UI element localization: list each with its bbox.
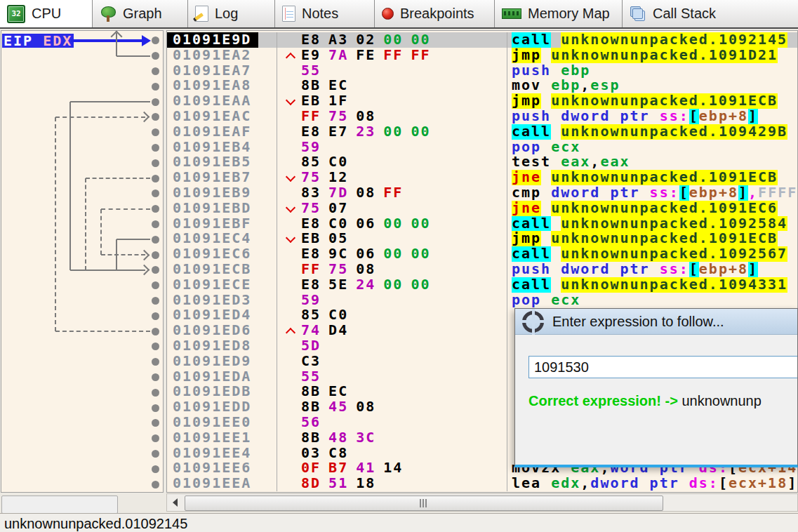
disasm-row[interactable]: 01091EBD7507jne unknownunpacked.1091EC6: [167, 201, 797, 216]
disasm-row[interactable]: 01091EC6E89C060000call unknownunpacked.1…: [167, 246, 797, 262]
disasm-row[interactable]: 01091EBFE8C0060000call unknownunpacked.1…: [167, 216, 797, 232]
breakpoint-dot[interactable]: [152, 404, 159, 412]
red-dot-icon: [382, 8, 394, 20]
jump-arrowhead-icon: [139, 265, 150, 276]
disasm-row[interactable]: 01091EC4EB05jmp unknownunpacked.1091ECB: [167, 231, 797, 246]
tab-memory-map[interactable]: Memory Map: [494, 0, 622, 27]
tab-breakpoints[interactable]: Breakpoints: [374, 0, 494, 27]
disasm-row[interactable]: 01091EAFE8E7230000call unknownunpacked.1…: [167, 124, 797, 140]
breakpoint-dot[interactable]: [152, 113, 159, 121]
bytes-cell: 74D4: [277, 323, 507, 338]
disasm-row[interactable]: 01091EB585C0test eax,eax: [167, 154, 797, 170]
status-bar: unknownunpacked.01092145: [0, 513, 798, 532]
stacked-cards-icon: [630, 6, 646, 22]
breakpoint-dot[interactable]: [152, 419, 159, 427]
breakpoint-dot[interactable]: [152, 312, 159, 320]
breakpoint-dot[interactable]: [152, 67, 159, 75]
instruction-cell: call unknownunpacked.1092567: [507, 246, 797, 262]
breakpoint-dot[interactable]: [152, 205, 159, 213]
bytes-cell: FF7508: [277, 109, 507, 124]
disasm-row[interactable]: 01091ED359pop ecx: [167, 293, 797, 308]
breakpoint-dot[interactable]: [152, 98, 159, 106]
breakpoint-dot[interactable]: [152, 236, 159, 244]
bytes-cell: E8E7230000: [277, 124, 507, 140]
breakpoint-dot[interactable]: [152, 52, 159, 60]
bytes-cell: E85E240000: [277, 277, 507, 293]
breakpoint-dot[interactable]: [152, 251, 159, 259]
disasm-row[interactable]: 01091EB77512jne unknownunpacked.1091ECB: [167, 170, 797, 185]
tab-notes-label: Notes: [302, 6, 338, 22]
breakpoint-dot[interactable]: [152, 328, 159, 335]
sidepanel-scrollbar-thumb[interactable]: [1, 496, 118, 514]
disasm-row[interactable]: 01091EA755push ebp: [167, 63, 797, 79]
tree-icon: [100, 6, 117, 22]
address-cell: 01091EAC: [167, 109, 277, 124]
expression-input[interactable]: [528, 356, 798, 378]
cpu-chip-number: 32: [11, 9, 20, 18]
disasm-row[interactable]: 01091ECEE85E240000call unknownunpacked.1…: [167, 277, 797, 293]
breakpoint-dot[interactable]: [152, 266, 159, 274]
breakpoint-dot[interactable]: [152, 189, 159, 197]
address-cell: 01091EAA: [167, 93, 277, 109]
bytes-cell: 55: [277, 63, 507, 79]
tab-breakpoints-label: Breakpoints: [400, 6, 474, 22]
jump-down-caret-icon: [286, 172, 295, 182]
instruction-cell: push ebp: [507, 63, 797, 79]
breakpoint-dot[interactable]: [152, 450, 159, 458]
bytes-cell: 8B483C: [277, 430, 507, 446]
disasm-row[interactable]: 01091EA88BECmov ebp,esp: [167, 78, 797, 93]
scroll-left-button[interactable]: [167, 494, 182, 511]
disasm-row[interactable]: 01091E9DE8A3020000call unknownunpacked.1…: [167, 32, 797, 48]
breakpoint-dot[interactable]: [152, 159, 159, 167]
instruction-cell: jne unknownunpacked.1091EC6: [507, 201, 797, 216]
disasm-row[interactable]: 01091EB459pop ecx: [167, 140, 797, 155]
breakpoint-dot[interactable]: [152, 434, 159, 442]
instruction-cell: jne unknownunpacked.1091ECB: [507, 170, 797, 185]
bytes-cell: 03C8: [277, 446, 507, 461]
breakpoint-dot[interactable]: [152, 36, 159, 44]
tab-graph[interactable]: Graph: [92, 0, 187, 27]
instruction-cell: jmp unknownunpacked.1091ECB: [507, 93, 797, 109]
breakpoint-dot[interactable]: [152, 389, 159, 397]
bytes-cell: 85C0: [277, 307, 507, 323]
bytes-cell: C3: [277, 354, 507, 369]
disasm-row[interactable]: 01091EB9837D08FFcmp dword ptr ss:[ebp+8]…: [167, 185, 797, 201]
breakpoint-dot[interactable]: [152, 128, 159, 136]
address-cell: 01091EC6: [167, 246, 277, 262]
dialog-title-bar[interactable]: Enter expression to follow...: [515, 309, 797, 335]
breakpoint-dot[interactable]: [152, 465, 159, 473]
address-cell: 01091EB9: [167, 185, 277, 201]
disasm-row[interactable]: 01091EACFF7508push dword ptr ss:[ebp+8]: [167, 109, 797, 124]
breakpoint-dot[interactable]: [152, 83, 159, 91]
bytes-cell: EB1F: [277, 93, 507, 109]
result-status-text: Correct expression!: [528, 393, 661, 408]
breakpoint-dot[interactable]: [152, 175, 159, 182]
breakpoint-dot[interactable]: [152, 220, 159, 228]
address-cell: 01091EDD: [167, 399, 277, 415]
instruction-cell: call unknownunpacked.109429B: [507, 124, 797, 140]
scrollbar-thumb[interactable]: [185, 496, 663, 511]
address-cell: 01091EE4: [167, 446, 277, 461]
disasm-row[interactable]: 01091EAAEB1Fjmp unknownunpacked.1091ECB: [167, 93, 797, 109]
instruction-cell: pop ecx: [507, 140, 797, 155]
address-cell: 01091ED6: [167, 323, 277, 338]
breakpoint-dot[interactable]: [152, 281, 159, 289]
address-cell: 01091EE1: [167, 430, 277, 446]
breakpoint-dot[interactable]: [152, 358, 159, 366]
tab-call-stack[interactable]: Call Stack: [622, 0, 798, 27]
notes-page-icon: [282, 6, 295, 22]
tab-cpu[interactable]: 32 CPU: [0, 0, 92, 27]
breakpoint-dot[interactable]: [152, 144, 159, 152]
tab-log[interactable]: Log: [187, 0, 274, 27]
tab-notes[interactable]: Notes: [274, 0, 374, 27]
breakpoint-dot[interactable]: [152, 297, 159, 305]
disasm-row[interactable]: 01091ECBFF7508push dword ptr ss:[ebp+8]: [167, 262, 797, 277]
disasm-row[interactable]: 01091EEA8D5118lea edx,dword ptr ds:[ecx+…: [167, 476, 797, 491]
instruction-cell: pop ecx: [507, 293, 797, 308]
disasm-horizontal-scrollbar[interactable]: [166, 493, 798, 512]
bytes-cell: E97AFEFFFF: [277, 48, 507, 63]
breakpoint-dot[interactable]: [152, 343, 159, 350]
disasm-row[interactable]: 01091EA2E97AFEFFFFjmp unknownunpacked.10…: [167, 48, 797, 63]
breakpoint-dot[interactable]: [152, 373, 159, 381]
breakpoint-dot[interactable]: [152, 481, 159, 488]
